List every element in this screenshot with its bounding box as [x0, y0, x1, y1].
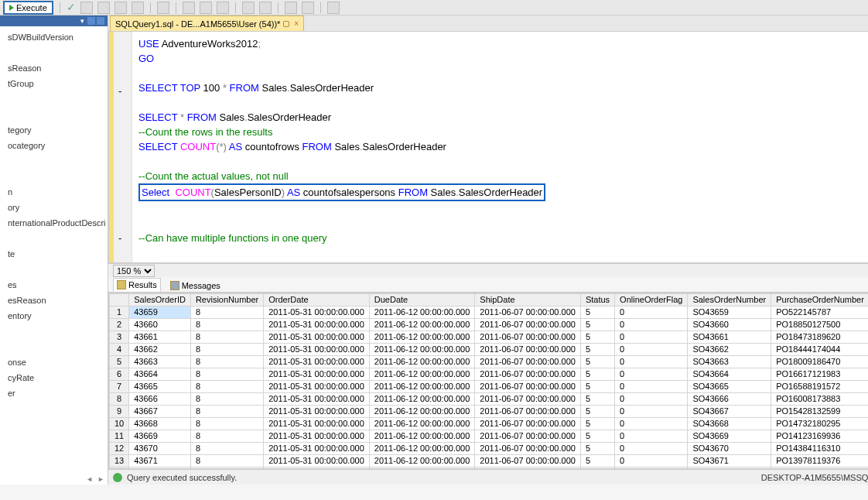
code-area[interactable]: USE AdventureWorks2012;GO SELECT TOP 100… — [132, 32, 868, 262]
toolbar-icon[interactable] — [132, 2, 144, 14]
toolbar-separator — [320, 2, 321, 13]
close-icon[interactable] — [97, 17, 104, 25]
tree-item[interactable]: tegory — [8, 122, 106, 138]
splitter[interactable] — [105, 15, 108, 485]
tree-item[interactable] — [8, 45, 106, 60]
toolbar-icon[interactable] — [97, 2, 110, 14]
tree-item[interactable] — [8, 169, 106, 184]
tree-item[interactable] — [8, 339, 106, 354]
toolbar-separator — [278, 2, 279, 13]
table-row[interactable]: 54366382011-05-31 00:00:00.0002011-06-12… — [110, 356, 869, 368]
toolbar-icon[interactable] — [200, 2, 212, 14]
column-header[interactable]: ShipDate — [475, 294, 581, 307]
table-row[interactable]: 84366682011-05-31 00:00:00.0002011-06-12… — [110, 393, 869, 406]
editor-gutter — [109, 32, 132, 262]
grid-icon — [117, 280, 126, 289]
sql-editor[interactable]: USE AdventureWorks2012;GO SELECT TOP 100… — [108, 31, 868, 263]
toolbar-icon[interactable] — [327, 2, 340, 14]
toolbar-icon[interactable] — [183, 2, 195, 14]
right-arrow-icon[interactable]: ► — [97, 475, 104, 483]
results-label: Results — [128, 280, 157, 289]
column-header[interactable]: Status — [580, 294, 614, 307]
execute-button[interactable]: Execute — [3, 1, 53, 15]
play-icon — [9, 5, 14, 11]
parse-icon[interactable]: ✓ — [67, 1, 76, 14]
table-row[interactable]: 14365982011-05-31 00:00:00.0002011-06-12… — [110, 307, 869, 319]
document-tabs: SQLQuery1.sql - DE...A1M5655\User (54))*… — [108, 15, 868, 31]
tab-results[interactable]: Results — [113, 278, 161, 292]
dropdown-icon[interactable]: ▾ — [80, 17, 84, 25]
table-row[interactable]: 104366882011-05-31 00:00:00.0002011-06-1… — [110, 418, 869, 430]
pin-icon[interactable] — [87, 17, 95, 25]
toolbar-icon[interactable] — [80, 2, 93, 14]
tree-item[interactable] — [8, 324, 106, 339]
column-header[interactable]: SalesOrderNumber — [688, 294, 771, 307]
tree-item[interactable]: es — [8, 277, 106, 293]
messages-label: Messages — [182, 281, 220, 290]
results-grid-wrap[interactable]: SalesOrderIDRevisionNumberOrderDateDueDa… — [108, 293, 868, 469]
tree-item[interactable] — [8, 262, 106, 277]
table-row[interactable]: 24366082011-05-31 00:00:00.0002011-06-12… — [110, 319, 869, 331]
tree-item[interactable]: entory — [8, 308, 106, 324]
status-server: DESKTOP-A1M5655\MSSQLSERVES... — [761, 473, 868, 482]
tree-item[interactable] — [8, 91, 106, 107]
tree-item[interactable]: tGroup — [8, 76, 106, 91]
tree-item[interactable] — [8, 107, 106, 122]
tree-item[interactable] — [8, 231, 106, 246]
main-toolbar: Execute ✓ — [0, 0, 868, 15]
toolbar-icon[interactable] — [114, 2, 127, 14]
tree-item[interactable]: cyRate — [8, 370, 106, 385]
tree-item[interactable]: te — [8, 246, 106, 262]
tree-item[interactable]: er — [8, 385, 106, 401]
tree-item[interactable]: ory — [8, 200, 106, 215]
toolbar-icon[interactable] — [285, 2, 297, 14]
table-row[interactable]: 64366482011-05-31 00:00:00.0002011-06-12… — [110, 368, 869, 381]
tree-item[interactable]: ocategory — [8, 138, 106, 153]
toolbar-icon[interactable] — [217, 2, 229, 14]
column-header[interactable]: PurchaseOrderNumber — [771, 294, 868, 307]
tree-item[interactable]: onse — [8, 354, 106, 370]
toolbar-separator — [60, 2, 60, 13]
tab-messages[interactable]: Messages — [167, 279, 224, 292]
tree-item[interactable]: n — [8, 184, 106, 200]
tree-list[interactable]: sDWBuildVersion sReasontGroup tegoryocat… — [0, 26, 108, 404]
tree-item[interactable]: sReason — [8, 60, 106, 76]
tree-item[interactable]: nternationalProductDescription — [8, 215, 106, 231]
column-header[interactable]: SalesOrderID — [129, 294, 191, 307]
column-header[interactable]: DueDate — [369, 294, 475, 307]
toolbar-separator — [176, 2, 176, 13]
tree-item[interactable]: esReason — [8, 293, 106, 308]
table-row[interactable]: 114366982011-05-31 00:00:00.0002011-06-1… — [110, 430, 869, 443]
table-row[interactable]: 44366282011-05-31 00:00:00.0002011-06-12… — [110, 344, 869, 356]
messages-icon — [170, 281, 179, 290]
toolbar-separator — [235, 2, 236, 13]
execute-label: Execute — [16, 3, 47, 12]
zoom-select[interactable]: 150 % — [113, 265, 155, 277]
table-row[interactable]: 34366182011-05-31 00:00:00.0002011-06-12… — [110, 331, 869, 344]
table-row[interactable]: 94366782011-05-31 00:00:00.0002011-06-12… — [110, 406, 869, 418]
tree-item[interactable] — [8, 153, 106, 169]
tab-title: SQLQuery1.sql - DE...A1M5655\User (54))* — [115, 19, 280, 29]
object-explorer: ▾ sDWBuildVersion sReasontGroup tegoryoc… — [0, 15, 108, 485]
status-message: Query executed successfully. — [127, 473, 237, 482]
left-arrow-icon[interactable]: ◄ — [86, 475, 93, 483]
results-grid[interactable]: SalesOrderIDRevisionNumberOrderDateDueDa… — [109, 293, 868, 469]
column-header[interactable]: RevisionNumber — [190, 294, 263, 307]
tab-sqlquery1[interactable]: SQLQuery1.sql - DE...A1M5655\User (54))*… — [110, 15, 304, 31]
toolbar-icon[interactable] — [259, 2, 272, 14]
table-row[interactable]: 134367182011-05-31 00:00:00.0002011-06-1… — [110, 455, 869, 467]
status-bar: Query executed successfully. DESKTOP-A1M… — [108, 469, 868, 485]
toolbar-icon[interactable] — [302, 2, 314, 14]
panel-header: ▾ — [0, 15, 108, 26]
close-icon[interactable]: × — [294, 19, 299, 28]
zoom-bar: 150 % — [108, 263, 868, 277]
tree-item[interactable]: sDWBuildVersion — [8, 29, 106, 45]
pin-icon[interactable] — [283, 21, 289, 27]
toolbar-icon[interactable] — [157, 2, 169, 14]
results-tabs: Results Messages — [108, 277, 868, 293]
toolbar-icon[interactable] — [242, 2, 255, 14]
table-row[interactable]: 124367082011-05-31 00:00:00.0002011-06-1… — [110, 443, 869, 455]
table-row[interactable]: 74366582011-05-31 00:00:00.0002011-06-12… — [110, 381, 869, 393]
column-header[interactable]: OrderDate — [264, 294, 370, 307]
column-header[interactable]: OnlineOrderFlag — [615, 294, 688, 307]
